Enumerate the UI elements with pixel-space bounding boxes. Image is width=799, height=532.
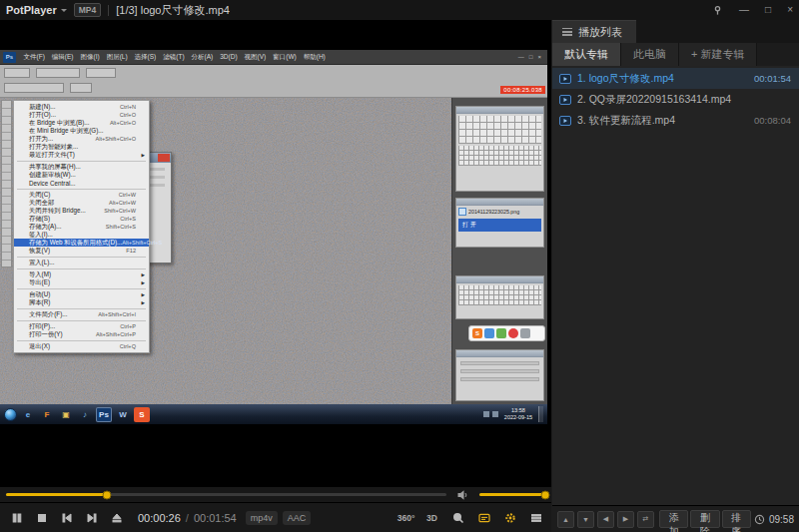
playlist-action-button[interactable]: 排序 xyxy=(722,510,751,528)
stop-button[interactable] xyxy=(29,506,54,530)
ps-icon-grid xyxy=(458,285,541,305)
playlist-action-button[interactable]: 添加 xyxy=(659,510,688,528)
taskbar-icons: eF▣♪PsWS xyxy=(20,407,150,422)
taskbar-app-icon: ♪ xyxy=(77,407,93,422)
album-tab[interactable]: 此电脑 xyxy=(621,43,679,66)
taskbar-app-icon: F xyxy=(39,407,55,422)
taskbar-app-icon: e xyxy=(20,407,36,422)
3d-button[interactable]: 3D xyxy=(420,506,443,530)
ps-window-buttons: —□× xyxy=(518,54,544,60)
ps-tool-preset xyxy=(4,68,30,78)
ps-file-menu-item: 脚本(R) xyxy=(14,298,149,306)
seek-row xyxy=(0,486,551,502)
ps-option-widget xyxy=(70,83,92,93)
playlist-tab-row: 播放列表 xyxy=(552,20,799,43)
playlist-item[interactable]: 3. 软件更新流程.mp4 00:08:04 xyxy=(552,110,799,131)
taskbar-app-icon: ▣ xyxy=(58,407,74,422)
seek-handle[interactable] xyxy=(103,490,112,499)
ps-menu: 窗口(W) xyxy=(270,53,300,62)
ps-menu: 视图(V) xyxy=(241,53,270,62)
ps-window-button: — xyxy=(518,54,524,60)
close-button[interactable]: × xyxy=(787,5,793,15)
codec-badge: MP4 xyxy=(74,3,101,17)
open-file-button[interactable] xyxy=(104,506,129,530)
ps-option-widget xyxy=(86,68,116,78)
ps-menu: 分析(A) xyxy=(188,53,217,62)
player-column: Ps 文件(F)编辑(E)图像(I)图层(L)选择(S)滤镜(T)分析(A)3D… xyxy=(0,20,552,532)
pause-button[interactable] xyxy=(4,506,29,530)
ps-layers-panel xyxy=(455,349,544,401)
ps-menu-list: 文件(F)编辑(E)图像(I)图层(L)选择(S)滤镜(T)分析(A)3D(D)… xyxy=(20,53,329,62)
ps-file-menu-item: 置入(L)... xyxy=(14,259,149,266)
ps-file-menu-item: 文件简介(F)... Alt+Shift+Ctrl+I xyxy=(14,310,149,318)
tray-icon xyxy=(483,411,489,417)
playlist-bottom-bar: ▲▼◀▶⇄ 添加删除排序 09:58 xyxy=(552,505,799,532)
next-button[interactable] xyxy=(79,506,104,530)
ps-option-widget xyxy=(4,83,64,93)
ps-open-menuitem: 打 开 xyxy=(458,219,541,232)
playlist-nav-buttons: ▲▼◀▶⇄ xyxy=(557,511,654,528)
taskbar-time: 13:58 xyxy=(511,407,525,413)
speaker-icon[interactable] xyxy=(456,489,469,501)
ps-dialog-close-icon xyxy=(158,154,170,162)
ps-panel-header xyxy=(456,107,543,114)
ps-file-row: 20141129223025.png xyxy=(456,206,543,217)
video-display[interactable]: Ps 文件(F)编辑(E)图像(I)图层(L)选择(S)滤镜(T)分析(A)3D… xyxy=(0,20,551,486)
ps-swatch-grid xyxy=(458,146,541,166)
playlist-action-button[interactable]: 删除 xyxy=(690,510,719,528)
album-tab[interactable]: + 新建专辑 xyxy=(679,43,757,66)
taskbar-app-icon: W xyxy=(115,407,131,422)
taskbar-app-icon: S xyxy=(134,407,150,422)
playlist-nav-button[interactable]: ▶ xyxy=(617,511,634,528)
playlist-nav-button[interactable]: ◀ xyxy=(597,511,614,528)
minimize-button[interactable]: — xyxy=(739,5,749,15)
search-zoom-button[interactable] xyxy=(446,506,469,530)
ps-file-menu-item: 打印一份(Y) Alt+Shift+Ctrl+P xyxy=(14,330,149,338)
playlist-icon xyxy=(562,28,572,36)
ps-file-menu-item: 退出(X) Ctrl+Q xyxy=(14,342,149,350)
app-menu-button[interactable]: PotPlayer xyxy=(6,4,67,16)
album-tab[interactable]: 默认专辑 xyxy=(552,43,621,66)
ps-file-menu-item: 创建新审核(W)... xyxy=(14,171,149,179)
ps-option-widget xyxy=(36,68,80,78)
system-tray: 13:58 2022-09-15 xyxy=(483,406,543,422)
ps-minibridge-panel: 20141129223025.png 打 开 xyxy=(455,198,544,248)
ps-panel-header xyxy=(456,350,543,357)
ps-panel-dock: 20141129223025.png 打 开 S xyxy=(451,98,547,404)
settings-gear-icon[interactable] xyxy=(498,506,521,530)
vr-360-button[interactable]: 360° xyxy=(395,506,417,530)
pin-icon[interactable] xyxy=(712,5,723,16)
album-tab-row: 默认专辑此电脑+ 新建专辑 xyxy=(552,43,799,66)
playlist-item[interactable]: 2. QQ录屏20220915163414.mp4 xyxy=(552,89,799,110)
menu-hamburger-icon[interactable] xyxy=(524,506,547,530)
previous-button[interactable] xyxy=(54,506,79,530)
volume-bar[interactable] xyxy=(479,493,545,496)
playlist-action-buttons: 添加删除排序 xyxy=(657,510,751,528)
ps-file-menu-item: 恢复(V) F12 xyxy=(14,247,149,255)
ps-menu: 文件(F) xyxy=(20,53,48,62)
maximize-button[interactable]: □ xyxy=(765,5,771,15)
tab-playlist[interactable]: 播放列表 xyxy=(552,20,636,43)
time-display[interactable]: 00:00:26 / 00:01:54 xyxy=(138,512,237,524)
chevron-down-icon xyxy=(61,9,67,15)
ps-swatch-grid xyxy=(458,116,541,144)
seek-progress xyxy=(6,493,107,496)
titlebar: PotPlayer MP4 [1/3] logo尺寸修改.mp4 — □ × xyxy=(0,0,799,20)
recorder-toolbar-icon: S xyxy=(472,328,482,338)
main-area: Ps 文件(F)编辑(E)图像(I)图层(L)选择(S)滤镜(T)分析(A)3D… xyxy=(0,20,799,532)
playlist-nav-button[interactable]: ▼ xyxy=(577,511,594,528)
subtitle-button[interactable] xyxy=(472,506,495,530)
ps-file-menu-item: Device Central... xyxy=(14,179,149,187)
ps-layer-row xyxy=(460,361,539,365)
playlist-nav-button[interactable]: ▲ xyxy=(557,511,574,528)
playlist-nav-button[interactable]: ⇄ xyxy=(637,511,654,528)
ps-file-name: 20141129223025.png xyxy=(468,209,519,215)
ps-window-button: × xyxy=(537,54,541,60)
taskbar-clock: 13:58 2022-09-15 xyxy=(501,407,535,420)
video-file-icon xyxy=(559,115,571,127)
playlist-item[interactable]: 1. logo尺寸修改.mp4 00:01:54 xyxy=(552,68,799,89)
playlist-items: 1. logo尺寸修改.mp4 00:01:54 2. QQ录屏20220915… xyxy=(552,66,799,505)
seek-bar[interactable] xyxy=(6,493,446,496)
volume-handle[interactable] xyxy=(541,490,550,499)
ps-file-menu-item: 最近打开文件(T) xyxy=(14,151,149,159)
